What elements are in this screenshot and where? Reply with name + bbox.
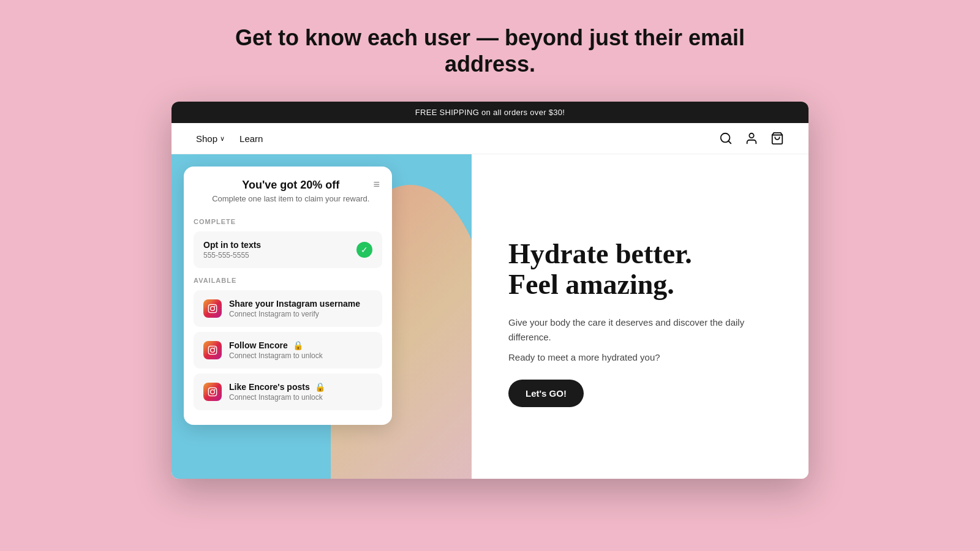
main-content: You've got 20% off Complete one last ite… xyxy=(172,154,809,479)
task-share-ig-title: Share your Instagram username xyxy=(229,299,372,309)
user-icon[interactable] xyxy=(745,132,758,145)
task-opt-in-content: Opt in to texts 555-555-5555 xyxy=(203,240,349,260)
widget-subtitle: Complete one last item to claim your rew… xyxy=(208,194,373,203)
svg-point-8 xyxy=(211,348,215,353)
shop-label: Shop xyxy=(196,133,217,144)
svg-line-1 xyxy=(728,141,731,144)
nav-shop[interactable]: Shop ∨ xyxy=(196,133,225,144)
svg-point-5 xyxy=(211,307,215,311)
widget-body: COMPLETE Opt in to texts 555-555-5555 ✓ … xyxy=(184,218,392,425)
task-share-ig-content: Share your Instagram username Connect In… xyxy=(229,299,372,318)
right-panel: Hydrate better. Feel amazing. Give your … xyxy=(472,154,809,479)
instagram-icon-2 xyxy=(203,341,222,359)
page-headline: Get to know each user — beyond just thei… xyxy=(214,24,766,77)
lock-icon-1: 🔒 xyxy=(293,340,303,350)
widget-menu-icon[interactable]: ≡ xyxy=(373,179,380,190)
task-opt-in-sub: 555-555-5555 xyxy=(203,251,349,260)
task-opt-in-texts[interactable]: Opt in to texts 555-555-5555 ✓ xyxy=(194,231,382,268)
task-opt-in-title: Opt in to texts xyxy=(203,240,349,250)
available-section-label: AVAILABLE xyxy=(194,277,382,284)
hero-cta-text: Ready to meet a more hydrated you? xyxy=(508,352,772,362)
hero-title-line1: Hydrate better. xyxy=(508,238,692,269)
svg-point-11 xyxy=(211,390,215,394)
reward-widget: You've got 20% off Complete one last ite… xyxy=(184,167,392,425)
widget-title: You've got 20% off xyxy=(208,179,373,192)
instagram-icon-3 xyxy=(203,383,222,401)
cart-icon[interactable] xyxy=(771,132,784,145)
hero-cta-button[interactable]: Let's GO! xyxy=(508,380,584,407)
task-follow-sub: Connect Instagram to unlock xyxy=(229,351,372,360)
nav-learn[interactable]: Learn xyxy=(239,133,263,144)
left-panel: You've got 20% off Complete one last ite… xyxy=(172,154,472,479)
task-follow-title: Follow Encore 🔒 xyxy=(229,340,372,350)
nav-icons xyxy=(719,132,784,145)
svg-point-2 xyxy=(749,133,753,138)
svg-rect-10 xyxy=(208,388,216,396)
task-share-ig-sub: Connect Instagram to verify xyxy=(229,310,372,318)
search-icon[interactable] xyxy=(719,132,733,145)
hero-title: Hydrate better. Feel amazing. xyxy=(508,239,772,301)
widget-header: You've got 20% off Complete one last ite… xyxy=(184,167,392,209)
task-share-instagram[interactable]: Share your Instagram username Connect In… xyxy=(194,290,382,327)
svg-rect-4 xyxy=(208,305,216,313)
task-check-icon: ✓ xyxy=(356,242,372,258)
complete-section-label: COMPLETE xyxy=(194,218,382,225)
hero-title-line2: Feel amazing. xyxy=(508,269,674,300)
task-like-posts[interactable]: Like Encore's posts 🔒 Connect Instagram … xyxy=(194,373,382,410)
lock-icon-2: 🔒 xyxy=(315,382,325,392)
learn-label: Learn xyxy=(239,133,263,144)
hero-description: Give your body the care it deserves and … xyxy=(508,315,766,345)
banner-text: FREE SHIPPING on all orders over $30! xyxy=(415,108,565,117)
shop-chevron: ∨ xyxy=(220,135,225,143)
task-follow-content: Follow Encore 🔒 Connect Instagram to unl… xyxy=(229,340,372,360)
task-like-content: Like Encore's posts 🔒 Connect Instagram … xyxy=(229,382,372,402)
task-like-sub: Connect Instagram to unlock xyxy=(229,393,372,402)
instagram-icon-1 xyxy=(203,299,222,318)
svg-rect-7 xyxy=(208,347,216,354)
task-follow-encore[interactable]: Follow Encore 🔒 Connect Instagram to unl… xyxy=(194,332,382,369)
svg-point-12 xyxy=(214,389,216,391)
navigation: Shop ∨ Learn xyxy=(172,123,809,154)
nav-left: Shop ∨ Learn xyxy=(196,133,263,144)
svg-point-6 xyxy=(214,306,216,307)
top-banner: FREE SHIPPING on all orders over $30! xyxy=(172,102,809,123)
widget-title-area: You've got 20% off Complete one last ite… xyxy=(208,179,373,203)
svg-point-9 xyxy=(214,348,216,349)
task-like-title: Like Encore's posts 🔒 xyxy=(229,382,372,392)
browser-window: FREE SHIPPING on all orders over $30! Sh… xyxy=(172,102,809,479)
